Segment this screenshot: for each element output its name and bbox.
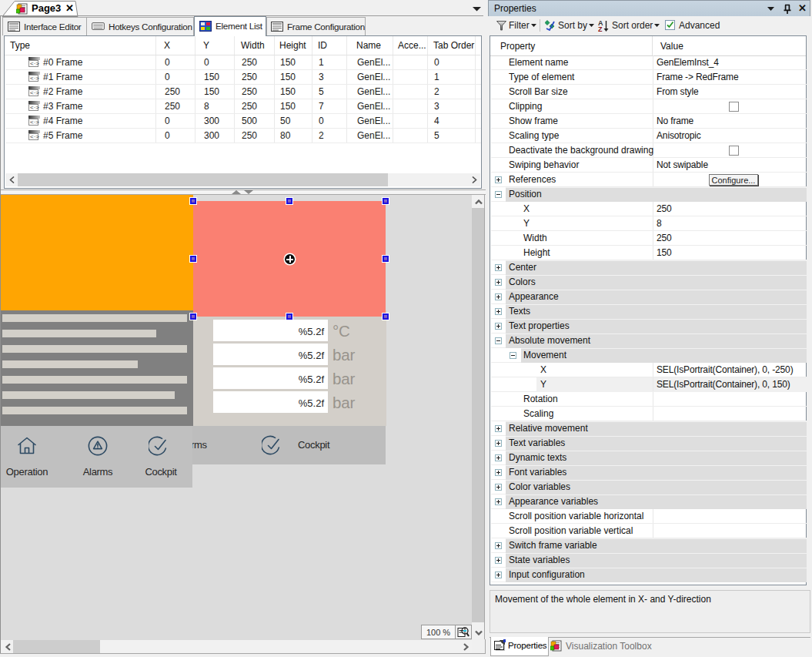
svg-text:<·>: <·> xyxy=(30,133,39,140)
svg-text:<·>: <·> xyxy=(30,60,39,67)
svg-text:<·>: <·> xyxy=(30,119,39,126)
svg-text:<·>: <·> xyxy=(30,89,39,96)
svg-text:Z: Z xyxy=(598,25,603,32)
svg-text:<·>: <·> xyxy=(30,104,39,111)
svg-text:<·>: <·> xyxy=(30,75,39,82)
